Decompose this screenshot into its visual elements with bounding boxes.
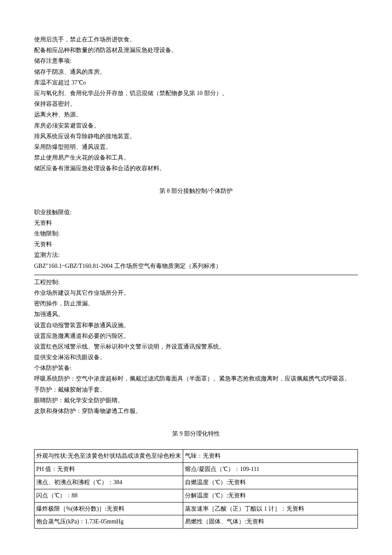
s8-line: 密闭操作，防止泄漏。	[34, 298, 358, 309]
divider	[34, 275, 358, 275]
s8-line: 个体防护装备:	[34, 363, 358, 373]
s8-line: 眼睛防护：戴化学安全防护眼睛。	[34, 395, 358, 406]
s8-line: 设置红色区域警示线、警示标识和中文警示说明，并设置通讯报警系统。	[34, 341, 358, 352]
prop-cell: 分解温度（℃）:无资料	[183, 489, 358, 502]
intro-line: 配备相应品种和数量的消防器材及泄漏应急处理设备。	[34, 45, 358, 55]
table-row: PH 值：无资料 熔点/凝固点（℃）：109-111	[35, 463, 358, 476]
table-row: 饱合蒸气压(kPa)：1.73E-05mmHg 易燃性（固体、气体）:无资料	[35, 515, 358, 529]
s8-line: 无资料	[34, 239, 358, 250]
s8-line: 设置自动报警装置和事故通风设施。	[34, 320, 358, 331]
prop-cell: 蒸发速率［乙酸（正）丁酯以 1 计］：无资料	[183, 502, 358, 515]
prop-cell: 熔点/凝固点（℃）：109-111	[183, 463, 358, 476]
s8-line: 提供安全淋浴和洗眼设备。	[34, 352, 358, 363]
s8-line: 职业接触限值:	[34, 207, 358, 218]
intro-line: 储存注意事项:	[34, 55, 358, 66]
intro-line: 库温不宜超过 37℃o	[34, 77, 358, 88]
section-8-lower: 工程控制: 作业场所建议与其它作业场所分开。 密闭操作，防止泄漏。 加强通风。 …	[34, 277, 358, 416]
prop-cell: 饱合蒸气压(kPa)：1.73E-05mmHg	[35, 515, 183, 529]
intro-line: 排风系统应设有导除静电的接地装置。	[34, 131, 358, 142]
intro-line: 应与氧化剂、食用化学品分开存放，切忌混储（禁配物参见第 10 部分）。	[34, 88, 358, 99]
prop-cell: 外观与性状:无色至淡黄色针状结晶或淡黄色至绿色粉末	[35, 450, 183, 463]
section-8-upper: 职业接触限值: 无资料 生物限制: 无资料 监测方法: GBZ"160.1~GB…	[34, 207, 358, 271]
prop-cell: 自燃温度（℃）:无资料	[183, 476, 358, 489]
table-row: 沸点、初沸点和沸程（℃）：384 自燃温度（℃）:无资料	[35, 476, 358, 489]
intro-line: 远离火种、热源。	[34, 109, 358, 120]
prop-cell: PH 值：无资料	[35, 463, 183, 476]
s8-line: 监测方法:	[34, 250, 358, 260]
table-row: 闪点（℃）：88 分解温度（℃）:无资料	[35, 489, 358, 502]
intro-line: 储区应备有泄漏应急处理设备和合适的收容材料。	[34, 163, 358, 174]
intro-line: 禁止使用易产生火花的设备和工具。	[34, 152, 358, 163]
properties-table: 外观与性状:无色至淡黄色针状结晶或淡黄色至绿色粉末 气味：无资料 PH 值：无资…	[34, 449, 358, 529]
s8-line: 皮肤和身体防护：穿防毒物渗透工作服。	[34, 406, 358, 416]
table-row: 外观与性状:无色至淡黄色针状结晶或淡黄色至绿色粉末 气味：无资料	[35, 450, 358, 463]
section-9-heading: 第 9 部分理化特性	[34, 428, 358, 439]
intro-line: 保持容器密封。	[34, 99, 358, 109]
table-row: 爆炸极限［%(体积分数)］:无资料 蒸发速率［乙酸（正）丁酯以 1 计］：无资料	[35, 502, 358, 515]
s8-line: 手防护：戴橡胶耐油手套。	[34, 384, 358, 395]
s8-line: 生物限制:	[34, 228, 358, 239]
intro-line: 库房必须安装避雷设备。	[34, 120, 358, 131]
intro-line: 采用防爆型照明、通风设置。	[34, 142, 358, 152]
prop-cell: 易燃性（固体、气体）:无资料	[183, 515, 358, 529]
prop-cell: 气味：无资料	[183, 450, 358, 463]
s8-line: 加强通风。	[34, 309, 358, 320]
s8-line: 工程控制:	[34, 277, 358, 288]
section-8-heading: 第 8 部分接触控制/个体防护	[34, 186, 358, 196]
prop-cell: 爆炸极限［%(体积分数)］:无资料	[35, 502, 183, 515]
intro-block: 使用后洗手，禁止在工作场所进饮食。 配备相应品种和数量的消防器材及泄漏应急处理设…	[34, 34, 358, 174]
s8-line: 呼吸系统防护：空气中浓度超标时，佩戴过滤式防毒面具（半面罩）。紧急事态抢救或撤离…	[34, 373, 358, 384]
s8-line: 作业场所建议与其它作业场所分开。	[34, 288, 358, 298]
intro-line: 使用后洗手，禁止在工作场所进饮食。	[34, 34, 358, 45]
s8-line: 设置应急撤离通道和必要的污险区。	[34, 331, 358, 341]
intro-line: 储存于阴凉、通风的库房。	[34, 67, 358, 77]
prop-cell: 沸点、初沸点和沸程（℃）：384	[35, 476, 183, 489]
prop-cell: 闪点（℃）：88	[35, 489, 183, 502]
s8-line: GBZ"160.1~GBZ/T160.81-2004 工作场所空气有毒物质测定（…	[34, 261, 358, 271]
s8-line: 无资料	[34, 218, 358, 228]
